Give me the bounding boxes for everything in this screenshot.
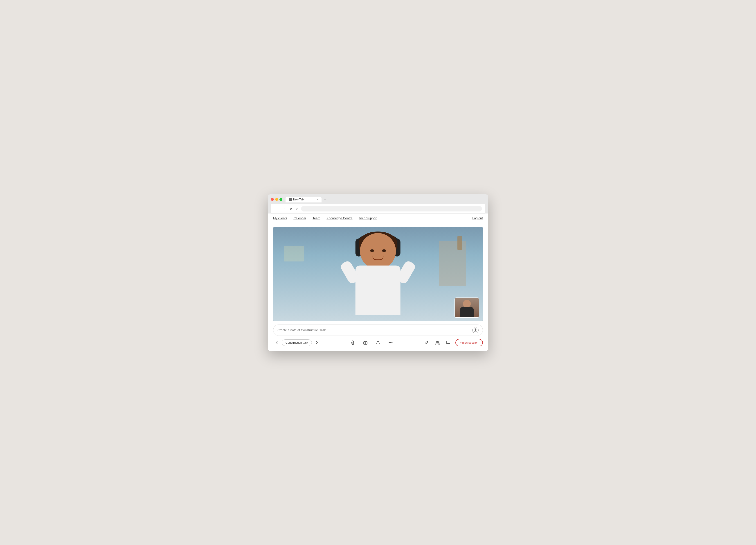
svg-point-11 xyxy=(392,342,392,343)
arrow-left-icon xyxy=(275,340,279,345)
nav-links: My clients Calendar Team Knowledge Centr… xyxy=(273,216,377,220)
main-video xyxy=(273,227,483,322)
share-button[interactable] xyxy=(374,339,382,346)
tab-bar: New Tab × + ⌄ xyxy=(286,196,485,202)
tab-favicon xyxy=(289,198,292,201)
video-area xyxy=(273,227,483,322)
main-content: Construction task xyxy=(268,223,488,351)
close-traffic-light[interactable] xyxy=(271,198,274,201)
task-label: Construction task xyxy=(282,340,312,346)
minimize-traffic-light[interactable] xyxy=(275,198,278,201)
arrow-right-icon xyxy=(315,340,319,345)
maximize-traffic-light[interactable] xyxy=(279,198,282,201)
nav-item-team[interactable]: Team xyxy=(313,216,320,220)
reload-button[interactable]: ↻ xyxy=(288,206,293,211)
svg-point-10 xyxy=(390,342,391,343)
svg-point-7 xyxy=(365,342,366,344)
prev-task-button[interactable] xyxy=(273,339,280,346)
plus-icon xyxy=(474,328,477,332)
address-input[interactable] xyxy=(301,206,482,211)
address-bar-row: ← → ↻ ⌂ xyxy=(271,204,485,213)
svg-point-12 xyxy=(436,341,438,343)
svg-rect-3 xyxy=(352,341,353,343)
forward-button[interactable]: → xyxy=(281,206,286,211)
microphone-button[interactable] xyxy=(349,339,356,346)
camera-button[interactable] xyxy=(362,339,369,346)
new-tab-button[interactable]: + xyxy=(322,196,328,202)
title-bar: New Tab × + ⌄ ← → ↻ ⌂ xyxy=(268,194,488,213)
tab-label: New Tab xyxy=(293,198,304,201)
note-input-area xyxy=(273,325,483,336)
logout-link[interactable]: Log out xyxy=(472,216,483,220)
participants-button[interactable] xyxy=(434,339,441,346)
browser-window: New Tab × + ⌄ ← → ↻ ⌂ My clients Calenda… xyxy=(268,194,488,351)
child-head xyxy=(360,233,396,269)
more-dots-icon xyxy=(388,340,393,345)
microphone-icon xyxy=(351,340,355,345)
nav-item-my-clients[interactable]: My clients xyxy=(273,216,287,220)
nav-item-calendar[interactable]: Calendar xyxy=(293,216,306,220)
controls-bar: Construction task xyxy=(273,339,483,346)
pencil-button[interactable] xyxy=(423,339,430,346)
nav-item-tech-support[interactable]: Tech Support xyxy=(359,216,377,220)
traffic-lights xyxy=(271,198,282,201)
people-icon xyxy=(435,340,440,345)
camera-icon xyxy=(363,340,368,345)
nav-item-knowledge-centre[interactable]: Knowledge Centre xyxy=(326,216,352,220)
note-input[interactable] xyxy=(277,328,470,332)
pencil-icon xyxy=(424,340,429,345)
child-body xyxy=(355,265,401,315)
browser-tab[interactable]: New Tab × xyxy=(286,196,322,202)
tab-menu-icon[interactable]: ⌄ xyxy=(483,198,485,201)
tab-close-btn[interactable]: × xyxy=(317,198,318,201)
chat-icon xyxy=(446,340,450,345)
more-options-button[interactable] xyxy=(387,339,394,346)
media-controls xyxy=(320,339,423,346)
finish-session-button[interactable]: Finish session xyxy=(455,339,483,346)
svg-point-13 xyxy=(438,342,439,343)
self-view-placeholder xyxy=(455,298,479,317)
share-icon xyxy=(376,340,380,345)
home-button[interactable]: ⌂ xyxy=(295,206,299,211)
navigation-menu: My clients Calendar Team Knowledge Centr… xyxy=(268,213,488,223)
self-view-video xyxy=(455,298,479,318)
session-tools: Finish session xyxy=(423,339,483,346)
svg-point-9 xyxy=(389,342,390,343)
next-task-button[interactable] xyxy=(313,339,320,346)
task-navigation: Construction task xyxy=(273,339,320,346)
add-note-button[interactable] xyxy=(472,327,479,333)
back-button[interactable]: ← xyxy=(274,206,279,211)
child-figure xyxy=(320,231,436,322)
chat-button[interactable] xyxy=(445,339,452,346)
svg-rect-6 xyxy=(364,342,367,344)
